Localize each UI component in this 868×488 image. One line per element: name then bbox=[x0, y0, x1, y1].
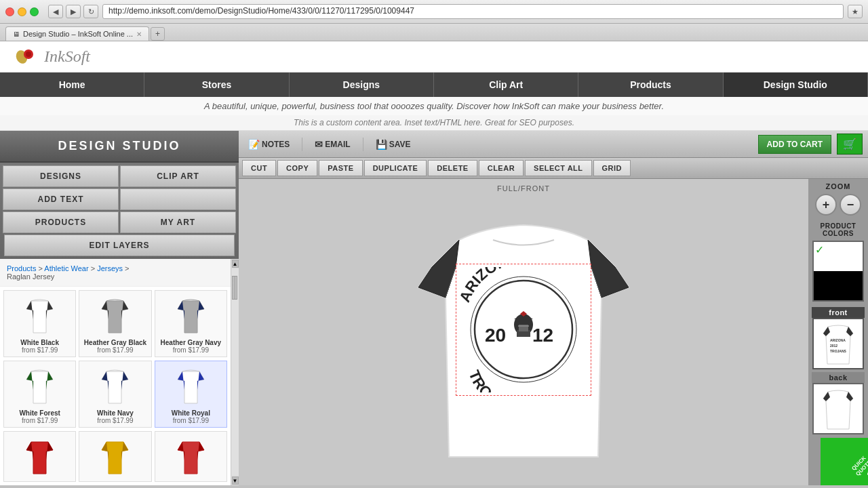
product-price: from $17.99 bbox=[7, 417, 73, 424]
breadcrumb: Products > Athletic Wear > Jerseys > Rag… bbox=[0, 259, 231, 287]
product-image-white-black bbox=[7, 293, 73, 338]
clear-button[interactable]: CLEAR bbox=[479, 160, 524, 176]
svg-text:TROJANS: TROJANS bbox=[465, 368, 524, 392]
back-thumb-svg bbox=[818, 385, 859, 432]
nav-designs[interactable]: Designs bbox=[290, 73, 434, 97]
edit-layers-row: EDIT LAYERS bbox=[3, 235, 236, 256]
breadcrumb-raglan: Raglan Jersey bbox=[7, 272, 54, 281]
back-view-thumb[interactable] bbox=[812, 383, 864, 434]
close-traffic-light[interactable] bbox=[5, 7, 14, 16]
list-item[interactable]: White Black from $17.99 bbox=[3, 290, 76, 357]
back-view-label: back bbox=[812, 372, 865, 383]
zoom-traffic-light[interactable] bbox=[30, 7, 39, 16]
refresh-button[interactable]: ↻ bbox=[83, 5, 98, 18]
tab-close-button[interactable]: ✕ bbox=[136, 30, 142, 38]
browser-tab[interactable]: 🖥 Design Studio – InkSoft Online ... ✕ bbox=[5, 26, 149, 41]
svg-text:TROJANS: TROJANS bbox=[830, 349, 847, 353]
edit-layers-button[interactable]: EDIT LAYERS bbox=[4, 235, 235, 256]
tagline: A beautiful, unique, powerful, business … bbox=[0, 97, 868, 115]
address-bar[interactable]: http://demo.inksoft.com/demo/DesignStudi… bbox=[102, 4, 844, 19]
notes-button[interactable]: 📝 NOTES bbox=[244, 138, 294, 151]
svg-text:2012: 2012 bbox=[830, 344, 837, 348]
nav-clip-art[interactable]: Clip Art bbox=[434, 73, 578, 97]
nav-home[interactable]: Home bbox=[0, 73, 144, 97]
quick-quote-badge[interactable]: QUICK QUOTE $ bbox=[821, 438, 868, 485]
list-item[interactable] bbox=[155, 431, 227, 482]
products-sidebar-button[interactable]: PRODUCTS bbox=[3, 211, 119, 233]
nav-products[interactable]: Products bbox=[578, 73, 723, 97]
list-item[interactable] bbox=[79, 431, 151, 482]
breadcrumb-jerseys[interactable]: Jerseys bbox=[97, 264, 123, 272]
browser-chrome: ◀ ▶ ↻ http://demo.inksoft.com/demo/Desig… bbox=[0, 0, 868, 41]
product-image-white-navy bbox=[82, 364, 148, 408]
forward-button[interactable]: ▶ bbox=[66, 5, 81, 18]
grid-button[interactable]: GRID bbox=[593, 160, 631, 176]
new-tab-button[interactable]: + bbox=[151, 27, 165, 41]
back-button[interactable]: ◀ bbox=[48, 5, 63, 18]
tab-favicon: 🖥 bbox=[13, 30, 20, 38]
sidebar-row-1: DESIGNS CLIP ART bbox=[3, 165, 236, 187]
zoom-controls: + − bbox=[812, 194, 865, 216]
scroll-handle[interactable] bbox=[232, 276, 237, 300]
breadcrumb-products[interactable]: Products bbox=[7, 264, 36, 272]
notes-icon: 📝 bbox=[248, 139, 260, 150]
quick-quote-area[interactable]: QUICK QUOTE $ bbox=[821, 438, 868, 485]
breadcrumb-athletic-wear[interactable]: Athletic Wear bbox=[44, 264, 88, 272]
delete-button[interactable]: DELETE bbox=[428, 160, 477, 176]
list-item[interactable]: White Navy from $17.99 bbox=[79, 361, 151, 428]
scroll-track[interactable] bbox=[232, 269, 239, 475]
list-item[interactable]: Heather Gray Black from $17.99 bbox=[79, 290, 151, 357]
browser-titlebar: ◀ ▶ ↻ http://demo.inksoft.com/demo/Desig… bbox=[0, 0, 868, 24]
add-to-cart-button[interactable]: ADD TO CART bbox=[758, 135, 831, 154]
select-all-button[interactable]: SELECT ALL bbox=[525, 160, 591, 176]
design-studio-main: DESIGN STUDIO DESIGNS CLIP ART ADD TEXT … bbox=[0, 131, 868, 485]
product-name: White Royal bbox=[158, 409, 224, 417]
front-view-thumb[interactable]: ARIZONA 2012 TROJANS bbox=[812, 318, 864, 369]
cut-button[interactable]: CUT bbox=[242, 160, 276, 176]
list-item[interactable]: White Forest from $17.99 bbox=[3, 361, 76, 428]
site-header: InkSoft bbox=[0, 41, 868, 73]
list-item[interactable]: Heather Gray Navy from $17.99 bbox=[155, 290, 227, 357]
cart-icon[interactable]: 🛒 bbox=[837, 134, 863, 155]
clip-art-button[interactable]: CLIP ART bbox=[120, 165, 236, 187]
products-panel: Products > Athletic Wear > Jerseys > Rag… bbox=[0, 259, 239, 485]
breadcrumb-sep3: > bbox=[125, 264, 129, 272]
product-price: from $17.99 bbox=[158, 346, 224, 354]
svg-text:20: 20 bbox=[485, 325, 506, 346]
my-art-button[interactable]: MY ART bbox=[120, 211, 236, 233]
separator bbox=[302, 138, 302, 151]
add-text-button[interactable]: ADD TEXT bbox=[3, 188, 119, 210]
back-view-item[interactable]: back bbox=[812, 372, 865, 434]
nav-stores[interactable]: Stores bbox=[144, 73, 289, 97]
save-icon: 💾 bbox=[376, 139, 387, 150]
copy-button[interactable]: COPY bbox=[277, 160, 317, 176]
zoom-in-button[interactable]: + bbox=[815, 194, 837, 216]
paste-button[interactable]: PASTE bbox=[319, 160, 362, 176]
bookmark-button[interactable]: ★ bbox=[848, 5, 863, 18]
minimize-traffic-light[interactable] bbox=[18, 7, 26, 16]
email-button[interactable]: ✉ EMAIL bbox=[311, 138, 354, 151]
product-price: from $17.99 bbox=[82, 346, 148, 354]
zoom-label: ZOOM bbox=[812, 182, 865, 190]
scrollbar[interactable]: ▲ ▼ bbox=[231, 259, 239, 485]
nav-design-studio[interactable]: Design Studio bbox=[724, 73, 868, 97]
scroll-up-button[interactable]: ▲ bbox=[232, 260, 239, 268]
front-view-item[interactable]: front ARIZONA 2012 TROJANS bbox=[812, 307, 865, 369]
email-label: EMAIL bbox=[325, 140, 350, 149]
list-item[interactable]: White Royal from $17.99 bbox=[155, 361, 227, 428]
zoom-out-button[interactable]: − bbox=[840, 194, 861, 216]
products-list: Products > Athletic Wear > Jerseys > Rag… bbox=[0, 259, 231, 485]
products-button[interactable] bbox=[120, 188, 236, 210]
product-price: from $17.99 bbox=[158, 417, 224, 424]
list-item[interactable] bbox=[3, 431, 76, 482]
email-icon: ✉ bbox=[315, 139, 323, 150]
save-button[interactable]: 💾 SAVE bbox=[372, 138, 415, 151]
designs-button[interactable]: DESIGNS bbox=[3, 165, 119, 187]
color-swatch[interactable]: ✓ bbox=[812, 241, 864, 302]
svg-text:ARIZONA: ARIZONA bbox=[830, 338, 846, 342]
duplicate-button[interactable]: DUPLICATE bbox=[364, 160, 427, 176]
product-image-white-forest bbox=[7, 364, 73, 408]
scroll-down-button[interactable]: ▼ bbox=[232, 476, 239, 485]
site-logo[interactable]: InkSoft bbox=[14, 45, 90, 68]
canvas-area: FULL/FRONT bbox=[239, 179, 808, 485]
